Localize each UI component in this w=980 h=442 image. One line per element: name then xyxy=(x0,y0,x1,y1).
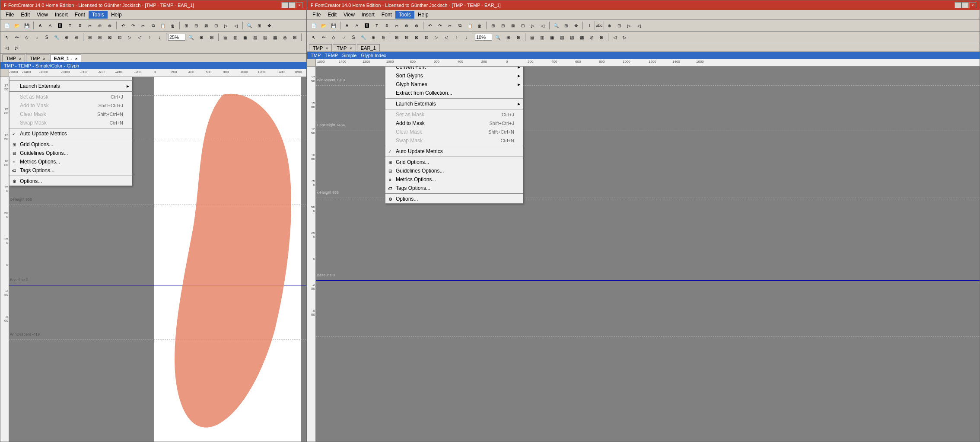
left-menu-options[interactable]: ⚙ Options... xyxy=(10,177,132,186)
right-tab-0-close[interactable]: × xyxy=(326,46,328,51)
left-tb-y2[interactable]: ⊞ xyxy=(255,21,264,30)
left-menu-metrics-options[interactable]: ≡ Metrics Options... xyxy=(10,157,132,166)
right-tb-e3[interactable]: ⊕ xyxy=(605,21,614,30)
right-tb-z1[interactable]: ↖ xyxy=(309,32,318,42)
right-tb-x1[interactable]: ⊞ xyxy=(488,21,498,30)
right-tb-nav-fwd[interactable]: ▷ xyxy=(620,32,630,42)
left-menu-file[interactable]: File xyxy=(2,11,17,19)
right-menu-options[interactable]: ⚙ Options... xyxy=(385,195,523,203)
left-tb-v1b[interactable]: ▤ xyxy=(220,32,230,42)
right-tb-w7[interactable]: ↑ xyxy=(452,32,461,42)
left-tb-v3b[interactable]: ▦ xyxy=(240,32,250,42)
left-tb-a2[interactable]: A xyxy=(45,21,55,30)
left-menu-grid-options[interactable]: ⊞ Grid Options... xyxy=(10,140,132,149)
right-tb-z7[interactable]: ⊕ xyxy=(369,32,378,42)
right-tb-new[interactable]: 📄 xyxy=(309,21,318,30)
left-menu-insert[interactable]: Insert xyxy=(51,11,71,19)
right-tb-a1[interactable]: A xyxy=(342,21,352,30)
left-tb-z4[interactable]: ○ xyxy=(32,32,41,42)
right-close-btn[interactable]: × xyxy=(969,2,976,8)
right-menu-grid-options[interactable]: ⊞ Grid Options... xyxy=(385,158,523,167)
left-canvas[interactable]: WinAscent 1913 CapHeight 1434 x-Height 9… xyxy=(9,77,306,442)
right-maximize-btn[interactable]: □ xyxy=(962,2,969,8)
right-minimize-btn[interactable]: _ xyxy=(955,2,961,8)
right-tb-s1[interactable]: S xyxy=(382,21,391,30)
right-tb-z5[interactable]: S xyxy=(349,32,358,42)
right-tb-v6b[interactable]: ▩ xyxy=(577,32,586,42)
right-tb-y1[interactable]: 🔍 xyxy=(551,21,561,30)
left-minimize-btn[interactable]: _ xyxy=(281,2,288,8)
left-tb-v1[interactable]: ✂ xyxy=(85,21,95,30)
left-tb-t1[interactable]: T xyxy=(65,21,75,30)
left-tb-x2[interactable]: ⊟ xyxy=(191,21,201,30)
right-tab-1-close[interactable]: × xyxy=(350,46,352,51)
right-canvas[interactable]: WinAscent 1913 CapHeight 1434 x-Height 9… xyxy=(316,67,980,442)
left-menu-tools[interactable]: Tools xyxy=(89,11,108,19)
left-tab-2-close[interactable]: × xyxy=(75,57,77,61)
left-zoom-fit[interactable]: 🔍 xyxy=(186,32,196,42)
right-zoom-fit[interactable]: 🔍 xyxy=(493,32,503,42)
right-tb-v3[interactable]: ⊗ xyxy=(412,21,421,30)
right-tb-redo[interactable]: ↷ xyxy=(435,21,445,30)
right-tb-paste[interactable]: 📋 xyxy=(465,21,474,30)
left-tb-paste[interactable]: 📋 xyxy=(158,21,168,30)
right-menu-font[interactable]: Font xyxy=(378,11,395,19)
right-tab-1[interactable]: TMP × xyxy=(333,44,356,51)
left-tb-nav-back[interactable]: ◁ xyxy=(2,43,12,52)
left-tb-redo[interactable]: ↷ xyxy=(128,21,138,30)
right-tb-v1b[interactable]: ▤ xyxy=(527,32,537,42)
left-menu-font[interactable]: Font xyxy=(71,11,89,19)
right-tab-0[interactable]: TMP × xyxy=(309,44,332,51)
right-tb-w3[interactable]: ⊠ xyxy=(412,32,421,42)
left-tb-a1[interactable]: A xyxy=(35,21,45,30)
left-tb-z2[interactable]: ✏ xyxy=(12,32,22,42)
left-tab-2[interactable]: EAR_1 - × xyxy=(50,54,82,62)
left-tb-nav-fwd[interactable]: ▷ xyxy=(12,43,22,52)
left-tb-open[interactable]: 📂 xyxy=(12,21,22,30)
right-tb-save[interactable]: 💾 xyxy=(329,21,338,30)
right-menu-file[interactable]: File xyxy=(309,11,324,19)
right-tb-w5[interactable]: ▷ xyxy=(432,32,441,42)
right-tb-e5[interactable]: ▷ xyxy=(624,21,634,30)
left-tb-w8[interactable]: ↓ xyxy=(155,32,164,42)
right-tb-v2[interactable]: ⊕ xyxy=(402,21,411,30)
right-tb-e2[interactable]: abc xyxy=(595,21,604,30)
left-grid-btn[interactable]: ⊞ xyxy=(207,32,216,42)
left-tb-z3[interactable]: ◇ xyxy=(22,32,32,42)
left-tb-y3[interactable]: ✥ xyxy=(264,21,274,30)
left-tb-x6[interactable]: ◁ xyxy=(231,21,241,30)
right-tb-x4[interactable]: ⊡ xyxy=(518,21,528,30)
right-menu-add-mask[interactable]: Add to Mask Shift+Ctrl+J xyxy=(385,119,523,128)
right-tab-2[interactable]: EAR_1 xyxy=(357,44,380,51)
left-tb-x4[interactable]: ⊡ xyxy=(211,21,221,30)
left-tab-0-close[interactable]: × xyxy=(19,57,21,61)
right-tb-z4[interactable]: ○ xyxy=(339,32,348,42)
left-menu-tags-options[interactable]: 🏷 Tags Options... xyxy=(10,166,132,175)
left-tb-w6[interactable]: ◁ xyxy=(135,32,144,42)
right-menu-auto-update[interactable]: Auto Update Metrics xyxy=(385,147,523,156)
right-zoom-100[interactable]: ⊞ xyxy=(503,32,513,42)
right-tb-t1[interactable]: T xyxy=(372,21,382,30)
right-tb-w6[interactable]: ◁ xyxy=(442,32,451,42)
right-tb-v2b[interactable]: ▥ xyxy=(537,32,547,42)
right-tb-b1[interactable]: 🅱 xyxy=(362,21,372,30)
left-tb-w3[interactable]: ⊠ xyxy=(105,32,115,42)
left-tb-x3[interactable]: ⊠ xyxy=(201,21,211,30)
left-tb-w4[interactable]: ⊡ xyxy=(115,32,124,42)
left-tb-z6[interactable]: 🔧 xyxy=(52,32,61,42)
right-tb-e4[interactable]: ⊡ xyxy=(614,21,624,30)
right-tb-w2[interactable]: ⊟ xyxy=(402,32,411,42)
right-tb-undo[interactable]: ↶ xyxy=(425,21,435,30)
left-tb-copy[interactable]: ⧉ xyxy=(148,21,158,30)
right-tb-x3[interactable]: ⊠ xyxy=(508,21,518,30)
left-tb-w5[interactable]: ▷ xyxy=(125,32,134,42)
left-menu-edit[interactable]: Edit xyxy=(17,11,33,19)
right-tb-w1[interactable]: ⊞ xyxy=(392,32,401,42)
left-zoom-input[interactable] xyxy=(168,34,185,41)
right-menu-view[interactable]: View xyxy=(340,11,358,19)
left-tb-x5[interactable]: ▷ xyxy=(221,21,231,30)
right-menu-convert-font[interactable]: Convert Font xyxy=(385,67,523,71)
right-menu-tools[interactable]: Tools xyxy=(395,11,414,19)
left-tb-v4b[interactable]: ▧ xyxy=(250,32,260,42)
right-tb-x6[interactable]: ◁ xyxy=(538,21,547,30)
